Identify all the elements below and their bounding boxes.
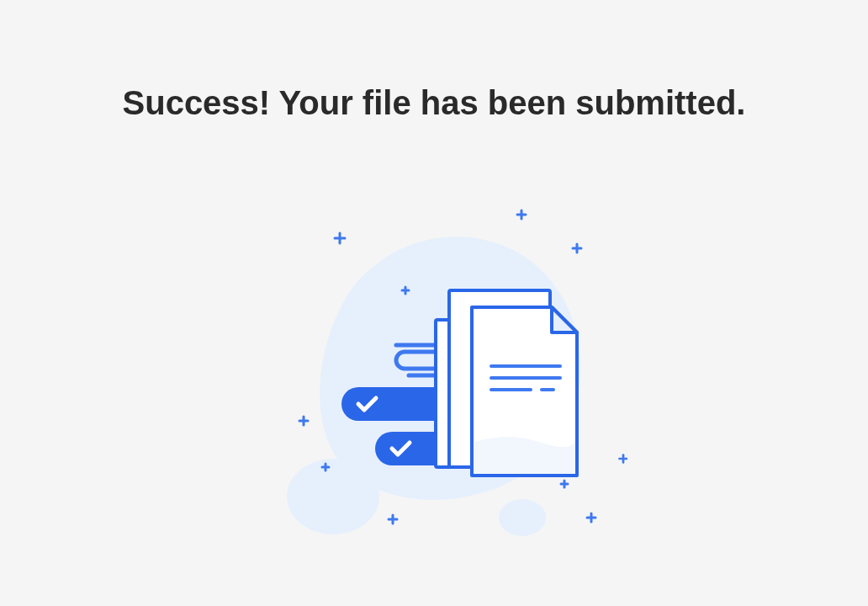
svg-point-0 [287,459,379,534]
success-illustration [241,189,627,543]
document-front-icon [472,307,577,476]
success-heading: Success! Your file has been submitted. [123,84,746,122]
svg-point-1 [499,499,546,536]
